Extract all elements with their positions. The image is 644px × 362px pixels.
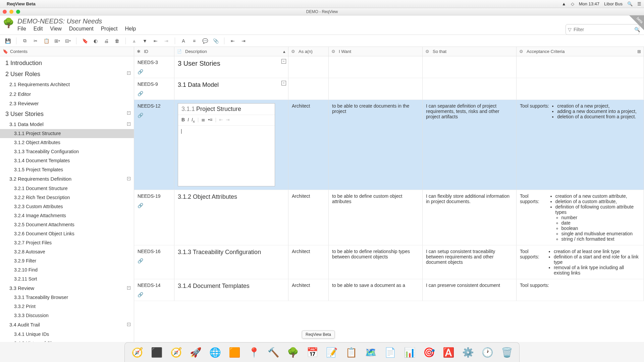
col-iwant[interactable]: I Want <box>329 47 423 56</box>
link-icon[interactable]: 🔗 <box>138 258 143 263</box>
tree-item[interactable]: 3.2.11 Sort <box>0 275 134 284</box>
cell-description[interactable]: 3.1.3 Traceability Configuration <box>174 245 288 279</box>
collapse-icon[interactable]: − <box>281 81 286 85</box>
cell-description[interactable]: 3.1.2 Object Attributes <box>174 190 288 245</box>
tree-item[interactable]: 3.1 Data Model− <box>0 120 134 129</box>
align-icon[interactable]: ≡ <box>190 37 199 45</box>
tree-item[interactable]: 3.1.2 Object Attributes <box>0 138 134 147</box>
dock-app-17[interactable]: ⚙️ <box>460 344 476 361</box>
col-sothat[interactable]: So that <box>423 47 517 56</box>
dock-app-19[interactable]: 🗑️ <box>498 344 515 361</box>
os-user[interactable]: Libor Bus <box>604 1 623 6</box>
print-icon[interactable]: 🖨 <box>102 37 111 45</box>
wifi-icon[interactable]: ▲ <box>562 1 566 6</box>
cell-iwant[interactable] <box>329 78 423 100</box>
tree-item[interactable]: 1 Introduction <box>0 58 134 69</box>
grid-row[interactable]: NEEDS-16🔗3.1.3 Traceability Configuratio… <box>134 245 644 279</box>
dock-app-12[interactable]: 🗺️ <box>362 344 379 361</box>
tree-item[interactable]: 3.2.1 Document Structure <box>0 184 134 193</box>
paste-icon[interactable]: 📋 <box>42 37 51 45</box>
cell-acceptance[interactable] <box>517 78 644 100</box>
tree-item[interactable]: 3.4.1 Unique IDs <box>0 330 134 339</box>
cell-iwant[interactable]: to be able to save a document as a <box>329 279 423 301</box>
dock-app-4[interactable]: 🌐 <box>207 344 223 361</box>
outdent-icon[interactable]: ⇤ <box>151 37 160 45</box>
grid-body[interactable]: NEEDS-3🔗3 User Stories−NEEDS-9🔗3.1 Data … <box>134 56 644 342</box>
dock-app-0[interactable]: 🧭 <box>129 344 146 361</box>
dock-app-7[interactable]: 🔨 <box>265 344 282 361</box>
grid-row[interactable]: NEEDS-12🔗3.1.1Project StructureBIIx|≣•≡|… <box>134 100 644 190</box>
grid-row[interactable]: NEEDS-19🔗3.1.2 Object AttributesArchitec… <box>134 190 644 245</box>
os-app-name[interactable]: ReqView Beta <box>7 1 36 6</box>
cell-acceptance[interactable]: Tool supports:creation of a new project,… <box>517 100 644 190</box>
collapse-icon[interactable]: − <box>127 286 130 290</box>
tree-item[interactable]: 3.3.2 Print <box>0 302 134 311</box>
link-icon[interactable]: 🔗 <box>138 113 143 118</box>
dock-app-2[interactable]: 🧭 <box>168 344 184 361</box>
cell-sothat[interactable]: I can setup consistent traceability betw… <box>423 245 517 279</box>
cell-as[interactable] <box>288 56 329 78</box>
cell-iwant[interactable]: to be able to define relationship types … <box>329 245 423 279</box>
tree-item[interactable]: 3.2.2 Rich Text Description <box>0 193 134 202</box>
cell-sothat[interactable]: I can separate definition of project req… <box>423 100 517 190</box>
menu-icon[interactable]: ☰ <box>637 1 641 6</box>
cell-iwant[interactable]: to be able to define custom object attri… <box>329 190 423 245</box>
cell-sothat[interactable]: I can flexibly store additional informat… <box>423 190 517 245</box>
tree-item[interactable]: 3.2.10 Find <box>0 265 134 275</box>
bold-icon[interactable]: B <box>181 117 185 123</box>
cell-description[interactable]: 3.1.4 Document Templates <box>174 279 288 301</box>
tree-item[interactable]: 3.1.3 Traceability Configuration <box>0 147 134 156</box>
cell-iwant[interactable]: to be able to create documents in the pr… <box>329 100 423 190</box>
add-icon[interactable]: ⊞▾ <box>53 37 61 45</box>
collapse-icon[interactable]: − <box>127 71 130 75</box>
grid-row[interactable]: NEEDS-3🔗3 User Stories− <box>134 56 644 78</box>
cell-description[interactable]: 3.1.1Project StructureBIIx|≣•≡|⇤⇥| <box>174 100 288 190</box>
cell-iwant[interactable] <box>329 56 423 78</box>
description-editor[interactable]: 3.1.1Project StructureBIIx|≣•≡|⇤⇥| <box>178 103 275 186</box>
font-icon[interactable]: A <box>179 37 188 45</box>
tree-item[interactable]: 3.1.4 Document Templates <box>0 156 134 165</box>
editor-textarea[interactable]: | <box>178 126 275 186</box>
tree-item[interactable]: 3.2.4 Image Attachments <box>0 211 134 220</box>
spotlight-icon[interactable]: 🔍 <box>627 1 633 6</box>
dock-app-15[interactable]: 🎯 <box>421 344 437 361</box>
collapse-icon[interactable]: − <box>281 59 286 64</box>
tag-icon[interactable]: 🔖 <box>80 37 89 45</box>
clear-format-icon[interactable]: Ix <box>192 117 195 123</box>
dock-app-3[interactable]: 🚀 <box>187 344 204 361</box>
collapse-icon[interactable]: − <box>127 122 130 126</box>
col-description[interactable]: Description▴ <box>174 47 288 56</box>
tree-item[interactable]: 3.2.7 Project Files <box>0 238 134 247</box>
contents-tree[interactable]: 1 Introduction2 User Roles−2.1 Requireme… <box>0 56 134 342</box>
tree-item[interactable]: 3.3 Review− <box>0 284 134 293</box>
trash-icon[interactable]: 🗑 <box>113 37 121 45</box>
tree-item[interactable]: 2 User Roles− <box>0 69 134 80</box>
dock-app-6[interactable]: 📍 <box>246 344 262 361</box>
cell-as[interactable] <box>288 78 329 100</box>
dock-app-18[interactable]: 🕐 <box>479 344 496 361</box>
tree-item[interactable]: 3.2.3 Custom Attributes <box>0 202 134 211</box>
cell-acceptance[interactable]: Tool supports:creation of a new custom a… <box>517 190 644 245</box>
tree-item[interactable]: 3.2.5 Document Attachments <box>0 220 134 229</box>
tree-item[interactable]: 3.2 Requirements Definition− <box>0 174 134 184</box>
cell-sothat[interactable] <box>423 78 517 100</box>
filter-input[interactable] <box>572 27 634 32</box>
move-down-icon[interactable]: ▼ <box>141 37 149 45</box>
grid-row[interactable]: NEEDS-9🔗3.1 Data Model− <box>134 78 644 100</box>
tree-item[interactable]: 3.3.3 Discussion <box>0 311 134 320</box>
collapse-icon[interactable]: − <box>127 177 130 180</box>
cell-acceptance[interactable] <box>517 56 644 78</box>
indent-icon[interactable]: ⇥ <box>226 117 230 123</box>
menu-document[interactable]: Document <box>69 26 94 32</box>
goto-end-icon[interactable]: ⇥ <box>239 37 248 45</box>
tree-item[interactable]: 2.1 Requirements Architect <box>0 80 134 89</box>
dock-app-10[interactable]: 📝 <box>323 344 340 361</box>
tree-item[interactable]: 3.4.2 History of Changes <box>0 339 134 342</box>
collapse-icon[interactable]: − <box>127 323 130 326</box>
tree-item[interactable]: 2.2 Editor <box>0 89 134 99</box>
tree-item[interactable]: 3.2.6 Document Object Links <box>0 229 134 238</box>
link-icon[interactable]: 🔗 <box>138 69 143 74</box>
flag-icon[interactable]: ◐ <box>91 37 100 45</box>
menu-edit[interactable]: Edit <box>34 26 43 32</box>
remove-icon[interactable]: ⊟▾ <box>63 37 72 45</box>
